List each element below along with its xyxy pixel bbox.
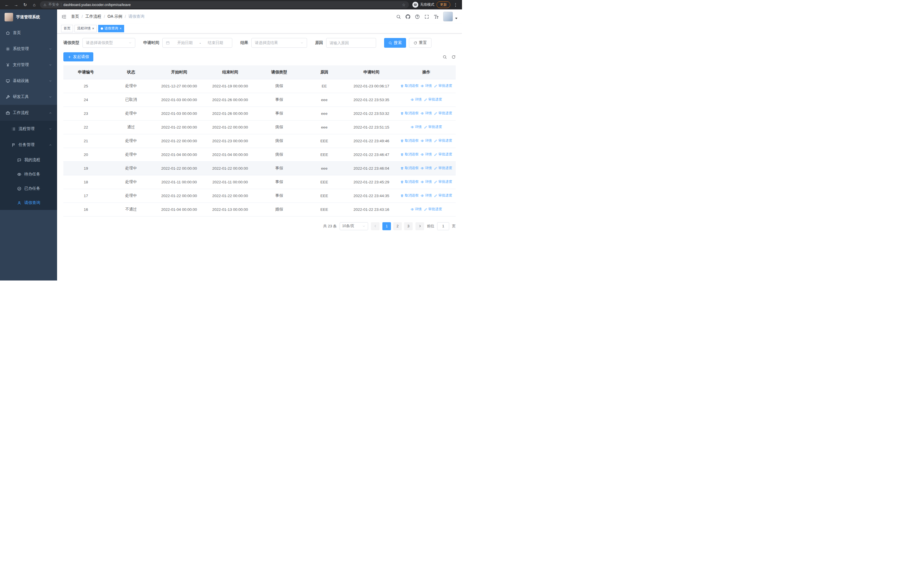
bookmark-star-icon[interactable]: ☆ [402, 3, 405, 7]
sidebar-item-done-tasks[interactable]: 已办任务 [0, 181, 57, 196]
detail-link[interactable]: 详情 [421, 179, 432, 184]
sidebar-collapse-icon[interactable] [62, 14, 66, 19]
progress-link[interactable]: 审批进度 [434, 193, 452, 198]
page-button-3[interactable]: 3 [404, 222, 412, 230]
sidebar-item-infrastructure[interactable]: 基础设施 [0, 73, 57, 89]
browser-forward-icon[interactable]: → [12, 2, 20, 8]
detail-link[interactable]: 详情 [421, 138, 432, 143]
cancel-leave-link[interactable]: 取消请假 [400, 179, 418, 184]
table-search-icon[interactable] [442, 55, 447, 59]
eye-icon [17, 172, 21, 176]
tools-icon [6, 95, 10, 99]
sidebar-item-payment[interactable]: 支付管理 [0, 57, 57, 73]
detail-link[interactable]: 详情 [411, 125, 422, 129]
cancel-leave-link[interactable]: 取消请假 [400, 83, 418, 88]
page-size-select[interactable]: 10条/页 [340, 222, 368, 230]
progress-link[interactable]: 审批进度 [434, 152, 452, 157]
tab-process-detail[interactable]: 流程详情× [75, 25, 97, 32]
sidebar-item-workflow[interactable]: 工作流程 [0, 105, 57, 121]
reset-button[interactable]: 重置 [409, 38, 432, 48]
fullscreen-icon[interactable] [424, 14, 429, 19]
detail-link[interactable]: 详情 [421, 193, 432, 198]
progress-link[interactable]: 审批进度 [434, 83, 452, 88]
tab-close-icon[interactable]: × [120, 27, 122, 30]
reason-input[interactable] [326, 38, 376, 48]
progress-link[interactable]: 审批进度 [434, 179, 452, 184]
page-button-1[interactable]: 1 [382, 222, 391, 230]
edit-icon [434, 180, 438, 183]
cell-apply_time: 2022-01-22 23:44:35 [346, 189, 397, 203]
cell-end: 2022-01-26 00:00:00 [205, 107, 256, 120]
app-logo[interactable]: 芋道管理系统 [0, 9, 57, 25]
progress-link[interactable]: 审批进度 [424, 125, 442, 129]
font-size-icon[interactable] [434, 14, 439, 19]
prev-page-button[interactable] [371, 222, 380, 230]
create-leave-button[interactable]: 发起请假 [63, 52, 93, 62]
leave-type-select[interactable]: 请选择请假类型 [82, 38, 135, 48]
tab-home[interactable]: 首页 [61, 25, 73, 32]
edit-icon [424, 208, 428, 211]
url-text: dashboard.yudao.iocoder.cn/bpm/oa/leave [63, 3, 131, 7]
cancel-leave-link[interactable]: 取消请假 [400, 138, 418, 143]
sidebar-item-system[interactable]: 系统管理 [0, 41, 57, 57]
detail-link[interactable]: 详情 [421, 83, 432, 88]
browser-update-button[interactable]: 更新 [436, 2, 450, 8]
tab-close-icon[interactable]: × [92, 27, 94, 30]
browser-refresh-icon[interactable]: ↻ [22, 2, 28, 8]
cancel-leave-link[interactable]: 取消请假 [400, 165, 418, 170]
cell-end: 2022-01-23 00:00:00 [205, 134, 256, 148]
detail-link[interactable]: 详情 [421, 165, 432, 170]
active-tab-dot [101, 27, 103, 30]
cell-status: 处理中 [108, 134, 153, 148]
total-count: 共 23 条 [323, 224, 337, 229]
tab-leave-query[interactable]: 请假查询× [98, 25, 124, 32]
action-label: 审批进度 [438, 111, 452, 116]
github-icon[interactable] [405, 14, 410, 19]
address-bar[interactable]: ⚠ 不安全 dashboard.yudao.iocoder.cn/bpm/oa/… [40, 1, 409, 8]
breadcrumb-item[interactable]: 首页 [71, 14, 79, 19]
progress-link[interactable]: 审批进度 [424, 97, 442, 102]
sidebar-item-task-management[interactable]: 任务管理 [0, 137, 57, 153]
chevron-down-icon [128, 41, 132, 45]
detail-link[interactable]: 详情 [411, 207, 422, 212]
search-icon[interactable] [396, 14, 401, 19]
cell-end: 2022-01-22 00:00:00 [205, 189, 256, 203]
eye-icon [411, 125, 414, 129]
browser-menu-icon[interactable]: ⋮ [453, 2, 459, 8]
detail-link[interactable]: 详情 [421, 111, 432, 116]
help-icon[interactable] [415, 14, 420, 19]
progress-link[interactable]: 审批进度 [434, 165, 452, 170]
user-avatar[interactable] [443, 12, 453, 21]
breadcrumb-item[interactable]: OA 示例 [108, 14, 122, 19]
apply-time-range-picker[interactable]: 开始日期 - 结束日期 [162, 38, 232, 48]
result-select[interactable]: 请选择流结果 [251, 38, 307, 48]
progress-link[interactable]: 审批进度 [434, 138, 452, 143]
next-page-button[interactable] [416, 222, 424, 230]
breadcrumb-item[interactable]: 工作流程 [86, 14, 101, 19]
detail-link[interactable]: 详情 [421, 152, 432, 157]
sidebar-item-todo-tasks[interactable]: 待办任务 [0, 167, 57, 181]
cell-apply_time: 2022-01-22 23:46:04 [346, 161, 397, 175]
table-refresh-icon[interactable] [452, 55, 456, 59]
goto-page-input[interactable] [437, 222, 449, 230]
sidebar-item-label: 基础设施 [13, 78, 29, 83]
sidebar-item-leave-query[interactable]: 请假查询 [0, 196, 57, 210]
progress-link[interactable]: 审批进度 [434, 111, 452, 116]
cancel-leave-link[interactable]: 取消请假 [400, 111, 418, 116]
sidebar-item-dev-tools[interactable]: 研发工具 [0, 89, 57, 105]
sidebar-item-process-management[interactable]: 流程管理 [0, 121, 57, 137]
plus-icon [68, 55, 71, 59]
cancel-leave-link[interactable]: 取消请假 [400, 152, 418, 157]
progress-link[interactable]: 审批进度 [424, 207, 442, 212]
detail-link[interactable]: 详情 [411, 97, 422, 102]
sidebar-item-my-process[interactable]: 我的流程 [0, 153, 57, 167]
browser-back-icon[interactable]: ← [3, 2, 10, 8]
cell-type: 事假 [256, 161, 303, 175]
cancel-leave-link[interactable]: 取消请假 [400, 193, 418, 198]
cell-end: 2022-01-22 00:00:00 [205, 120, 256, 134]
page-button-2[interactable]: 2 [393, 222, 402, 230]
search-button[interactable]: 搜索 [384, 38, 406, 48]
sidebar-item-home[interactable]: 首页 [0, 25, 57, 41]
browser-home-icon[interactable]: ⌂ [31, 2, 38, 8]
cell-type: 事假 [256, 107, 303, 120]
